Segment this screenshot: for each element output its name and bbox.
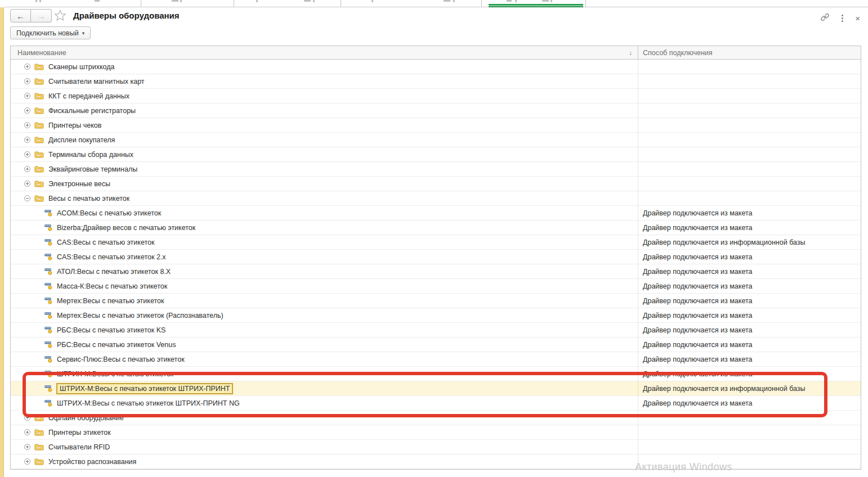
name-cell: Фискальные регистраторы bbox=[11, 104, 638, 118]
table-row[interactable]: Весы с печатью этикеток bbox=[11, 191, 861, 206]
table-row[interactable]: Фискальные регистраторы bbox=[11, 104, 861, 118]
method-cell bbox=[638, 411, 861, 425]
name-cell: ACOM:Весы с печатью этикеток bbox=[11, 206, 638, 220]
table-row[interactable]: Сканеры штрихкода bbox=[11, 60, 861, 74]
method-cell bbox=[638, 191, 861, 205]
table-row[interactable]: Принтеры чеков bbox=[11, 118, 861, 133]
table-row[interactable]: Мертех:Весы с печатью этикеток (Распозна… bbox=[11, 308, 861, 323]
name-cell: Масса-К:Весы с печатью этикеток bbox=[11, 279, 638, 293]
expand-toggle-icon[interactable] bbox=[24, 78, 30, 84]
expand-toggle-icon[interactable] bbox=[24, 415, 30, 421]
table-row[interactable]: РБС:Весы с печатью этикеток Venus Драйве… bbox=[11, 338, 861, 352]
table-row[interactable]: Масса-К:Весы с печатью этикеток Драйвер … bbox=[11, 279, 861, 294]
name-cell: Дисплеи покупателя bbox=[11, 133, 638, 147]
tab-divider bbox=[234, 0, 234, 7]
expand-toggle-icon[interactable] bbox=[24, 195, 30, 201]
name-cell: РБС:Весы с печатью этикеток KS bbox=[11, 323, 638, 337]
expand-toggle-icon[interactable] bbox=[24, 151, 30, 158]
close-icon[interactable]: × bbox=[855, 14, 860, 22]
expand-toggle-icon[interactable] bbox=[24, 122, 30, 128]
row-method: Драйвер подключается из макета bbox=[643, 370, 752, 378]
table-row[interactable]: Считыватели RFID bbox=[11, 440, 861, 454]
row-label: ACOM:Весы с печатью этикеток bbox=[57, 209, 161, 217]
row-label: Терминалы сбора данных bbox=[48, 151, 133, 159]
table-row[interactable]: ШТРИХ-М:Весы с печатью этикеток ШТРИХ-ПР… bbox=[11, 381, 861, 396]
row-label: РБС:Весы с печатью этикеток KS bbox=[57, 326, 165, 334]
page-title: Драйверы оборудования bbox=[73, 11, 180, 20]
folder-icon bbox=[34, 78, 44, 85]
method-cell bbox=[638, 89, 861, 103]
table-row[interactable]: CAS:Весы с печатью этикеток Драйвер подк… bbox=[11, 235, 861, 250]
column-header-method[interactable]: Способ подключения bbox=[638, 46, 861, 59]
name-cell: Считыватели RFID bbox=[11, 440, 638, 454]
method-cell bbox=[638, 177, 861, 191]
expand-toggle-icon[interactable] bbox=[24, 107, 30, 114]
expand-toggle-icon[interactable] bbox=[24, 93, 30, 99]
method-cell: Драйвер подключается из макета bbox=[638, 308, 861, 322]
name-cell: ШТРИХ-М:Весы с печатью этикеток bbox=[11, 367, 638, 381]
tab-divider bbox=[585, 0, 586, 7]
table-row[interactable]: Офлайн оборудование bbox=[11, 411, 861, 425]
table-row[interactable]: ККТ с передачей данных bbox=[11, 89, 861, 104]
row-label: CAS:Весы с печатью этикеток bbox=[57, 238, 154, 246]
driver-icon bbox=[44, 341, 53, 348]
drivers-table: Наименование ↓ Способ подключения bbox=[10, 46, 861, 470]
forward-button[interactable]: → bbox=[31, 9, 52, 22]
name-cell: Мертех:Весы с печатью этикеток bbox=[11, 294, 638, 308]
name-cell: Электронные весы bbox=[11, 177, 638, 191]
table-row[interactable]: CAS:Весы с печатью этикеток 2.x Драйвер … bbox=[11, 250, 861, 264]
tab-bar bbox=[5, 0, 868, 7]
row-label: Масса-К:Весы с печатью этикеток bbox=[57, 282, 167, 290]
table-row[interactable]: Сервис-Плюс:Весы с печатью этикеток Драй… bbox=[11, 352, 861, 367]
row-method: Драйвер подключается из макета bbox=[643, 312, 752, 320]
name-cell: CAS:Весы с печатью этикеток bbox=[11, 235, 638, 249]
table-row[interactable]: ACOM:Весы с печатью этикеток Драйвер под… bbox=[11, 206, 861, 220]
name-cell: Устройство распознавания bbox=[11, 454, 638, 469]
more-menu-icon[interactable] bbox=[842, 15, 843, 22]
connect-new-button[interactable]: Подключить новый ▾ bbox=[10, 26, 91, 39]
row-method: Драйвер подключается из макета bbox=[643, 297, 752, 305]
table-row[interactable]: Мертех:Весы с печатью этикеток Драйвер п… bbox=[11, 294, 861, 308]
back-button[interactable]: ← bbox=[10, 9, 31, 22]
windows-activation-watermark: Активация Windows bbox=[635, 461, 732, 473]
favorite-star-icon[interactable] bbox=[54, 10, 66, 24]
folder-icon bbox=[34, 414, 44, 421]
window-header: ← → Драйверы оборудования × bbox=[5, 7, 868, 30]
link-icon[interactable] bbox=[820, 12, 830, 24]
expand-toggle-icon[interactable] bbox=[24, 458, 30, 465]
table-row[interactable]: Принтеры этикеток bbox=[11, 425, 861, 440]
table-body: Сканеры штрихкода Считыватели магнитных … bbox=[11, 60, 861, 469]
driver-icon bbox=[44, 312, 53, 319]
table-row[interactable]: Дисплеи покупателя bbox=[11, 133, 861, 147]
table-row[interactable]: Устройство распознавания bbox=[11, 454, 861, 469]
table-row[interactable]: РБС:Весы с печатью этикеток KS Драйвер п… bbox=[11, 323, 861, 338]
driver-icon bbox=[44, 399, 53, 407]
method-cell: Драйвер подключается из макета bbox=[638, 206, 861, 220]
expand-toggle-icon[interactable] bbox=[24, 429, 30, 435]
expand-toggle-icon[interactable] bbox=[24, 166, 30, 172]
table-row[interactable]: Эквайринговые терминалы bbox=[11, 162, 861, 177]
expand-toggle-icon[interactable] bbox=[24, 64, 30, 70]
folder-icon bbox=[34, 195, 44, 202]
row-label: Эквайринговые терминалы bbox=[48, 165, 137, 173]
row-label: Устройство распознавания bbox=[48, 458, 136, 466]
folder-icon bbox=[34, 63, 44, 70]
table-row[interactable]: Электронные весы bbox=[11, 177, 861, 191]
table-row[interactable]: Терминалы сбора данных bbox=[11, 147, 861, 162]
column-header-name[interactable]: Наименование ↓ bbox=[11, 46, 638, 59]
driver-icon bbox=[44, 253, 53, 260]
expand-toggle-icon[interactable] bbox=[24, 181, 30, 187]
driver-icon bbox=[44, 370, 53, 377]
folder-icon bbox=[34, 151, 44, 158]
table-row[interactable]: ШТРИХ-М:Весы с печатью этикеток ШТРИХ-ПР… bbox=[11, 396, 861, 411]
row-label: Принтеры чеков bbox=[48, 122, 101, 129]
row-method: Драйвер подключается из макета bbox=[643, 253, 752, 261]
tab-divider bbox=[341, 0, 341, 7]
expand-toggle-icon[interactable] bbox=[24, 444, 30, 450]
table-row[interactable]: АТОЛ:Весы с печатью этикеток 8.X Драйвер… bbox=[11, 264, 861, 279]
table-row[interactable]: ШТРИХ-М:Весы с печатью этикеток Драйвер … bbox=[11, 367, 861, 381]
method-cell bbox=[638, 147, 861, 161]
table-row[interactable]: Bizerba:Драйвер весов с печатью этикеток… bbox=[11, 220, 861, 235]
expand-toggle-icon[interactable] bbox=[24, 137, 30, 143]
table-row[interactable]: Считыватели магнитных карт bbox=[11, 74, 861, 89]
